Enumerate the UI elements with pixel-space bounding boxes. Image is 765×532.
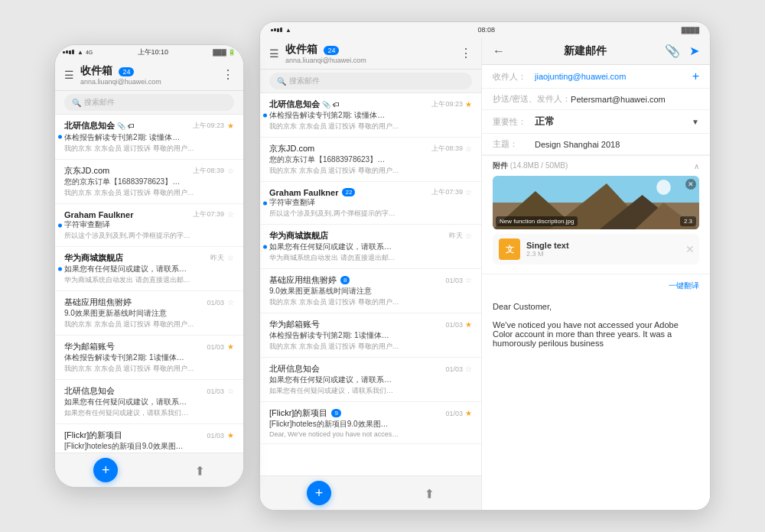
body-text: Dear Customer, (493, 302, 699, 311)
tablet-status-time: 08:08 (478, 26, 496, 34)
label-icon: 🏷 (333, 101, 340, 109)
subject-label: 主题： (493, 138, 535, 150)
file-info: Single text 2.3 M (526, 241, 569, 258)
tablet-menu-icon[interactable]: ☰ (269, 47, 279, 60)
email-preview: 我的京东 京东会员 退订投诉 尊敬的用户您好请示意... (269, 297, 399, 307)
signal-bar-2 (66, 50, 68, 54)
email-subject: 如果您有任何疑问或建议，请联系我们客服联... (64, 264, 187, 274)
subject-value[interactable]: Design Shanghai 2018 (535, 140, 699, 149)
email-item-1[interactable]: 京东JD.com 上午08:39 ☆ 您的京东订单【16883978623】电子… (55, 160, 243, 204)
email-item-4[interactable]: 基础应用组焦驸婷 01/03 ☆ 9.0效果图更新基线时间请注意 我的京东 京东… (55, 291, 243, 336)
sender-name: 基础应用组焦驸婷 (269, 274, 337, 286)
compose-button[interactable]: + (93, 458, 118, 482)
email-item-2[interactable]: Graham Faulkner 上午07:39 ☆ 字符审查翻译 所以这个涉及到… (55, 204, 243, 247)
email-time: 01/03 (445, 321, 463, 329)
tablet-email-3[interactable]: 华为商城旗舰店 昨天 ☆ 如果您有任何疑问或建议，请联系我们客服联... 华为商… (260, 225, 481, 269)
star-icon[interactable]: ★ (465, 100, 472, 109)
tablet-email-7[interactable]: [Flickr]的新项目 9 01/03 ★ [Flickr]hoteles的新… (260, 402, 481, 444)
phone-app-header: ☰ 收件箱 24 anna.liuanqi@huawei.com ⋮ (55, 59, 243, 91)
tablet-left-panel: ☰ 收件箱 24 anna.liuanqi@huawei.com ⋮ 🔍 搜索邮… (260, 37, 482, 510)
email-time: 01/03 (207, 388, 224, 395)
importance-label: 重要性： (493, 116, 535, 128)
star-icon[interactable]: ★ (227, 342, 234, 351)
attachment-chevron[interactable]: ∧ (694, 162, 699, 170)
cc-value[interactable]: Petersmart@huawei.com (571, 95, 699, 104)
email-item-3[interactable]: 华为商城旗舰店 昨天 ☆ 如果您有任何疑问或建议，请联系我们客服联... 华为商… (55, 247, 243, 291)
search-icon: 🔍 (72, 99, 81, 107)
star-icon[interactable]: ☆ (465, 365, 472, 373)
search-placeholder: 搜索邮件 (84, 97, 115, 108)
star-icon[interactable]: ★ (227, 431, 234, 440)
email-subject: 您的京东订单【16883978623】电子发票已出... (64, 177, 187, 187)
email-subject: [Flickr]hoteles的新项目9.0效果图更新基线时间请 (64, 441, 187, 452)
unread-badge: 9 (331, 409, 340, 417)
importance-value[interactable]: 正常 (535, 115, 692, 128)
star-icon[interactable]: ☆ (465, 188, 472, 196)
tablet-device: ▲ 08:08 ▓▓▓▓ ☰ 收件箱 24 anna.liuanqi@huawe… (259, 21, 711, 511)
lte-icon: 4G (86, 50, 93, 55)
star-icon[interactable]: ☆ (227, 167, 234, 175)
email-item-6[interactable]: 北研信息知会 01/03 ☆ 如果您有任何疑问或建议，请联系我们客服服务... … (55, 380, 243, 424)
tablet-email-4[interactable]: 基础应用组焦驸婷 8 01/03 ☆ 9.0效果图更新基线时间请注意 我的京东 … (260, 269, 481, 313)
tablet-compose-button[interactable]: + (307, 481, 331, 505)
attach-icon[interactable]: 📎 (665, 44, 680, 58)
email-time: 01/03 (207, 432, 224, 440)
star-icon[interactable]: ☆ (465, 144, 472, 153)
star-icon[interactable]: ★ (465, 409, 472, 417)
star-icon[interactable]: ★ (465, 320, 472, 329)
email-time: 昨天 (449, 231, 463, 241)
sender-name: Graham Faulkner (64, 210, 133, 219)
phone-status-bar: ▲ 4G 上午10:10 ▓▓▓ 🔋 (55, 45, 243, 59)
tablet-archive-icon[interactable]: ⬇ (425, 486, 435, 501)
inbox-email: anna.liuanqi@huawei.com (80, 78, 161, 86)
signal-bar-2 (274, 28, 276, 31)
email-time: 上午09:23 (193, 121, 224, 131)
attachment-title: 附件 (493, 161, 508, 170)
email-preview: 我的京东 京东会员 退订投诉 尊敬的用户您好请示意... (269, 342, 399, 352)
star-icon[interactable]: ☆ (227, 298, 234, 307)
tablet-email-6[interactable]: 北研信息知会 01/03 ☆ 如果您有任何疑问或建议，请联系我们客服服务 如果您… (260, 358, 481, 402)
tablet-bottom-bar: + ⬇ (260, 475, 481, 510)
image-attachment-close[interactable]: ✕ (685, 179, 696, 190)
star-icon[interactable]: ☆ (227, 210, 234, 219)
email-time: 01/03 (445, 365, 463, 373)
tablet-wifi-icon: ▲ (285, 27, 291, 34)
email-preview: Dear, We've noticed you have not accesse… (269, 430, 399, 438)
back-button[interactable]: ← (493, 44, 505, 58)
compose-body[interactable]: Dear Customer, We've noticed you have no… (482, 294, 710, 510)
clip-icon: 📎 (322, 101, 330, 109)
email-preview: 我的京东 京东会员 退订投诉 尊敬的用户您好请示意... (64, 364, 194, 374)
menu-icon[interactable]: ☰ (64, 69, 74, 81)
star-icon[interactable]: ☆ (227, 254, 234, 262)
more-options-icon[interactable]: ⋮ (222, 67, 234, 82)
tablet-email-2[interactable]: Graham Faulkner 22 上午07:39 ☆ 字符审查翻译 所以这个… (260, 182, 481, 225)
send-icon[interactable]: ➤ (689, 44, 699, 58)
email-time: 上午07:39 (431, 187, 463, 197)
star-icon[interactable]: ☆ (465, 232, 472, 240)
search-input[interactable]: 🔍 搜索邮件 (64, 94, 234, 111)
tablet-email-0[interactable]: 北研信息知会 📎 🏷 上午09:23 ★ 体检报告解读专刊第2期: 读懂体检报告… (260, 93, 481, 138)
star-icon[interactable]: ☆ (465, 276, 472, 284)
compose-subject-field: 主题： Design Shanghai 2018 (482, 134, 710, 155)
to-value[interactable]: jiaojunting@huawei.com (535, 72, 692, 81)
translate-button[interactable]: 一键翻译 (669, 281, 699, 290)
importance-dropdown-icon[interactable]: ▼ (692, 118, 699, 126)
tablet-more-icon[interactable]: ⋮ (460, 46, 472, 60)
archive-icon[interactable]: ⬇ (195, 463, 205, 478)
email-item-7[interactable]: [Flickr]的新项目 01/03 ★ [Flickr]hoteles的新项目… (55, 424, 243, 453)
sender-name: 华为商城旗舰店 (64, 252, 123, 264)
tablet-email-1[interactable]: 京东JD.com 上午08:39 ☆ 您的京东订单【16883978623】电子… (260, 138, 481, 182)
file-attachment-close[interactable]: ✕ (685, 243, 695, 255)
star-icon[interactable]: ★ (227, 122, 234, 130)
tablet-search-input[interactable]: 🔍 搜索邮件 (269, 73, 472, 89)
tablet-search-icon: 🔍 (277, 77, 286, 86)
tablet-email-5[interactable]: 华为邮箱账号 01/03 ★ 体检报告解读专刊第2期: 1读懂体检报告找专加棒 … (260, 313, 481, 358)
phone-device: ▲ 4G 上午10:10 ▓▓▓ 🔋 ☰ 收件箱 24 anna.liuanqi… (54, 44, 244, 488)
file-name: Single text (526, 241, 569, 250)
to-add-button[interactable]: + (692, 70, 699, 83)
star-icon[interactable]: ☆ (227, 387, 234, 395)
translate-bar: 一键翻译 (482, 274, 710, 294)
email-item-5[interactable]: 华为邮箱账号 01/03 ★ 体检报告解读专刊第2期: 1读懂体检报告找专加棒 … (55, 336, 243, 380)
email-item-0[interactable]: 北研信息知会 📎 🏷 上午09:23 ★ 体检报告解读专刊第2期: 读懂体检报告… (55, 115, 243, 160)
email-time: 01/03 (445, 410, 463, 417)
